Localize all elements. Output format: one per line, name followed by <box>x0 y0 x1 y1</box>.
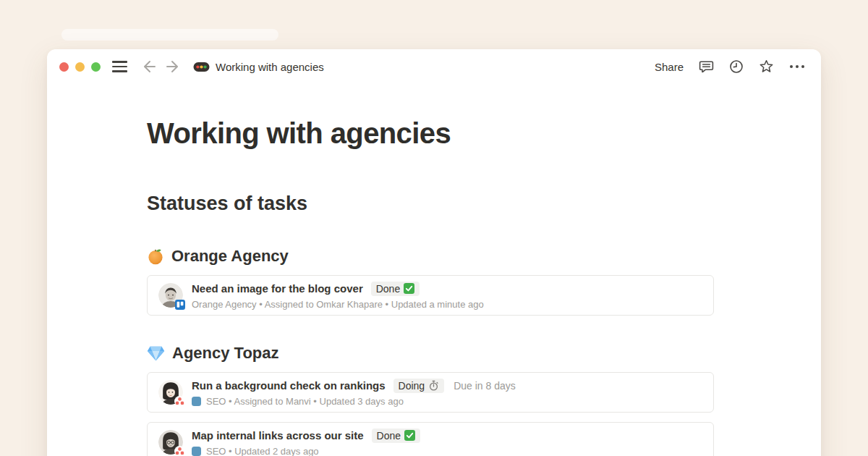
background-highlight <box>61 29 278 41</box>
task-card[interactable]: Need an image for the blog cover Done Or… <box>147 275 714 316</box>
titlebar: Working with agencies Share <box>47 49 821 78</box>
forward-arrow-icon[interactable] <box>165 60 179 73</box>
avatar <box>158 380 183 405</box>
agency-heading-orange: Orange Agency <box>147 246 821 266</box>
task-meta: SEO • Assigned to Manvi • Updated 3 days… <box>192 396 516 407</box>
page-content: Working with agencies Statuses of tasks … <box>47 116 821 456</box>
task-meta: SEO • Updated 2 days ago <box>192 446 420 456</box>
back-arrow-icon[interactable] <box>142 60 157 73</box>
status-badge: Done <box>372 428 420 443</box>
page-title: Working with agencies <box>147 116 821 151</box>
history-clock-icon[interactable] <box>729 59 744 74</box>
due-date: Due in 8 days <box>454 380 516 392</box>
task-card[interactable]: Run a background check on rankings Doing… <box>147 372 714 413</box>
tangerine-emoji <box>147 248 164 265</box>
comment-icon[interactable] <box>699 59 714 74</box>
trello-icon <box>175 300 185 310</box>
tag-color-chip <box>192 447 201 456</box>
minimize-window-button[interactable] <box>75 62 85 72</box>
check-emoji <box>404 283 414 294</box>
star-icon[interactable] <box>759 59 774 74</box>
stopwatch-emoji <box>428 380 439 391</box>
titlebar-page-title: Working with agencies <box>216 61 324 73</box>
agency-heading-topaz: Agency Topaz <box>147 343 821 363</box>
traffic-light-doc-icon <box>193 62 210 72</box>
asana-icon <box>174 396 185 407</box>
gem-emoji <box>147 346 165 361</box>
share-button[interactable]: Share <box>655 61 684 73</box>
asana-icon <box>174 446 185 456</box>
check-emoji <box>404 430 415 441</box>
task-meta: Orange Agency • Assigned to Omkar Khapar… <box>192 299 484 310</box>
task-title: Map internal links across our site <box>192 429 364 442</box>
ellipsis-icon[interactable] <box>789 64 805 69</box>
task-card[interactable]: Map internal links across our site Done … <box>147 422 714 456</box>
avatar <box>158 283 183 308</box>
status-badge: Doing <box>393 379 445 393</box>
hamburger-icon[interactable] <box>112 61 127 72</box>
avatar <box>158 430 183 455</box>
section-heading: Statuses of tasks <box>147 191 821 216</box>
tag-color-chip <box>192 397 201 406</box>
task-title: Run a background check on rankings <box>192 379 386 392</box>
task-title: Need an image for the blog cover <box>192 282 363 295</box>
status-badge: Done <box>371 282 420 296</box>
app-window: Working with agencies Share <box>47 49 821 456</box>
close-window-button[interactable] <box>59 62 69 72</box>
zoom-window-button[interactable] <box>91 62 101 72</box>
